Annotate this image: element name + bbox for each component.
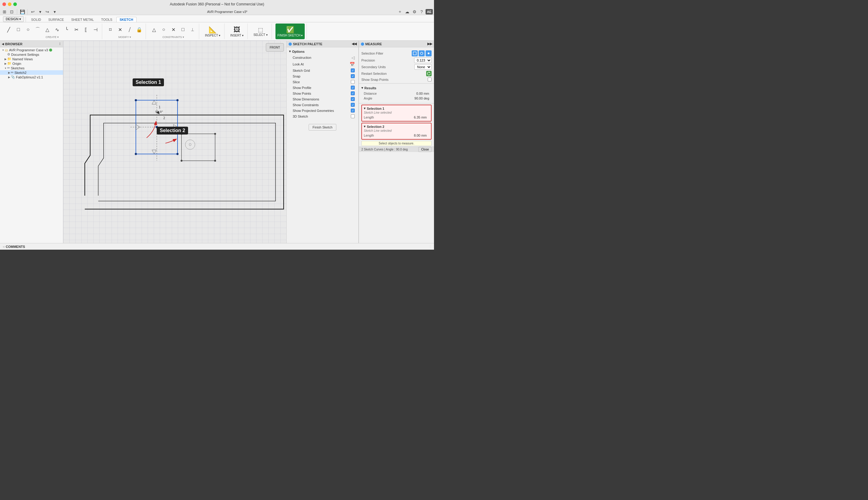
grid-icon[interactable]: ⊞ (1, 9, 8, 15)
options-section-header[interactable]: ▾ Options (287, 48, 358, 54)
modify-btn4[interactable]: 🔒 (135, 25, 144, 34)
help-btn[interactable]: ? (418, 9, 425, 15)
polygon-tool-btn[interactable]: △ (43, 25, 52, 34)
minimize-window-btn[interactable] (8, 2, 11, 6)
view-cube[interactable]: FRONT (266, 43, 284, 61)
ctrl-pt-3[interactable] (135, 153, 137, 155)
undo-btn[interactable]: ↩ (30, 9, 36, 15)
cloud-btn[interactable]: ☁ (404, 9, 410, 15)
undo-dropdown[interactable]: ▾ (37, 9, 43, 15)
comments-collapse-icon[interactable]: ◀ (2, 245, 4, 248)
save-btn[interactable]: 💾 (19, 9, 26, 15)
slice-checkbox[interactable] (351, 80, 355, 84)
tab-tools[interactable]: TOOLS (98, 17, 116, 22)
rect-tool-btn[interactable]: □ (14, 25, 23, 34)
corner-pt-4[interactable] (214, 160, 216, 162)
ctrl-pt-center[interactable] (155, 126, 158, 128)
finish-sketch-ribbon-btn[interactable]: ✅ FINISH SKETCH ▾ (276, 23, 305, 39)
tree-sketches[interactable]: ▾ ✏ Sketches (0, 66, 63, 70)
corner-pt-3[interactable] (181, 160, 182, 162)
look-at-icon[interactable]: 📅 (350, 62, 355, 67)
precision-select[interactable]: 0.123 (414, 58, 431, 63)
modify-label[interactable]: MODIFY ▾ (118, 36, 131, 39)
filter-btn-2[interactable] (419, 50, 425, 56)
tab-sheet-metal[interactable]: SHEET METAL (68, 17, 97, 22)
measure-close-btn[interactable]: Close (418, 147, 431, 152)
redo-btn[interactable]: ↪ (44, 9, 51, 15)
user-avatar[interactable]: AE (426, 9, 433, 14)
select-btn[interactable]: ⬚ SELECT ▾ (251, 23, 270, 39)
sketches-icon: ✏ (7, 66, 10, 70)
canvas-area[interactable]: 1 90.0° 2 S (63, 41, 286, 243)
constraint-btn3[interactable]: ✕ (169, 25, 178, 34)
results-header[interactable]: ▾ Results (361, 86, 431, 90)
arc-tool-btn[interactable]: ⌒ (33, 25, 42, 34)
fillet-tool-btn[interactable]: ╰ (62, 25, 71, 34)
comments-expand-icon[interactable]: ⋮ (429, 245, 431, 248)
line-tool-btn[interactable]: ╱ (4, 25, 13, 34)
trim-tool-btn[interactable]: ✂ (72, 25, 81, 34)
measure-expand-icon[interactable]: ▶▶ (427, 42, 432, 46)
snap-checkbox[interactable]: ✓ (351, 74, 355, 78)
apps-icon[interactable]: ⊡ (9, 9, 15, 15)
3d-sketch-checkbox[interactable] (351, 114, 355, 118)
add-tab-btn[interactable]: ＋ (397, 9, 403, 15)
modify-btn2[interactable]: ✕ (115, 25, 125, 34)
shape-right[interactable] (182, 134, 215, 161)
show-profile-checkbox[interactable]: ✓ (351, 86, 355, 90)
view-cube-front[interactable]: FRONT (266, 43, 284, 52)
tab-surface[interactable]: SURFACE (45, 17, 67, 22)
tree-faboptimus[interactable]: ▶ 📎 FabOptimus2 v1:1 (0, 75, 63, 79)
tab-sketch[interactable]: SKETCH (116, 17, 137, 22)
mirror-tool-btn[interactable]: ⊣ (91, 25, 100, 34)
show-points-checkbox[interactable]: ✓ (351, 91, 355, 95)
redo-dropdown[interactable]: ▾ (51, 9, 58, 15)
constraint-btn2[interactable]: ○ (159, 25, 168, 34)
design-mode-btn[interactable]: DESIGN ▾ (3, 16, 24, 22)
show-dimensions-checkbox[interactable]: ✓ (351, 97, 355, 101)
maximize-window-btn[interactable] (13, 2, 17, 6)
circle-shape[interactable] (185, 140, 195, 149)
create-label[interactable]: CREATE ▾ (46, 36, 58, 39)
constraints-label[interactable]: CONSTRAINTS ▾ (162, 36, 184, 39)
tree-root-expand[interactable]: ▾ 🗂 AVR Programmer Case v3 (0, 48, 63, 52)
offset-tool-btn[interactable]: ⟦ (81, 25, 90, 34)
tree-sketch2[interactable]: ▶ ✏ Sketch2 (0, 70, 63, 75)
corner-pt-2[interactable] (214, 133, 216, 135)
browser-header[interactable]: ◀ COMMENTS BROWSER ⋮ (0, 41, 63, 47)
show-snap-points-checkbox[interactable] (428, 78, 431, 81)
sketch-grid-checkbox[interactable]: ✓ (351, 68, 355, 72)
spline-tool-btn[interactable]: ∿ (53, 25, 61, 34)
circle-tool-btn[interactable]: ○ (23, 25, 33, 34)
tree-origin[interactable]: ▶ 📁 Origin (0, 61, 63, 66)
secondary-units-select[interactable]: None (414, 64, 431, 70)
tab-solid[interactable]: SOLID (28, 17, 44, 22)
corner-pt-1[interactable] (181, 133, 182, 135)
ctrl-pt-2[interactable] (176, 99, 178, 101)
tooltip-bar: Select objects to measure. (361, 141, 431, 146)
restart-selection-label: Restart Selection (361, 72, 387, 76)
modify-btn1[interactable]: ⌑ (106, 25, 115, 34)
ctrl-pt-4[interactable] (176, 153, 178, 155)
tree-doc-settings[interactable]: ⚙ Document Settings (0, 52, 63, 57)
show-constraints-checkbox[interactable]: ✓ (351, 103, 355, 107)
tree-named-views[interactable]: ▶ 📁 Named Views (0, 57, 63, 61)
settings-icon[interactable]: ⚙ (411, 9, 418, 15)
show-profile-label: Show Profile (293, 86, 311, 90)
filter-btn-3[interactable] (426, 50, 431, 56)
show-projected-checkbox[interactable]: ✓ (351, 109, 355, 113)
constraint-btn5[interactable]: ⟂ (188, 25, 197, 34)
palette-collapse-icon[interactable]: ◀◀ (352, 42, 357, 46)
filter-btn-1[interactable] (412, 50, 418, 56)
modify-btn3[interactable]: ⧸ (125, 25, 134, 34)
construction-icon[interactable]: ◁ (351, 55, 355, 60)
constraint-btn4[interactable]: □ (178, 25, 187, 34)
restart-selection-btn[interactable] (426, 71, 431, 76)
close-window-btn[interactable] (2, 2, 6, 6)
finish-sketch-palette-btn[interactable]: Finish Sketch (309, 124, 336, 130)
inspect-btn[interactable]: 📐 INSPECT ▾ (203, 23, 222, 39)
ctrl-pt-1[interactable] (135, 99, 137, 101)
insert-btn[interactable]: 🖼 INSERT ▾ (228, 23, 246, 39)
browser-collapse-icon[interactable]: ⋮ (58, 43, 61, 46)
constraint-btn1[interactable]: △ (150, 25, 159, 34)
